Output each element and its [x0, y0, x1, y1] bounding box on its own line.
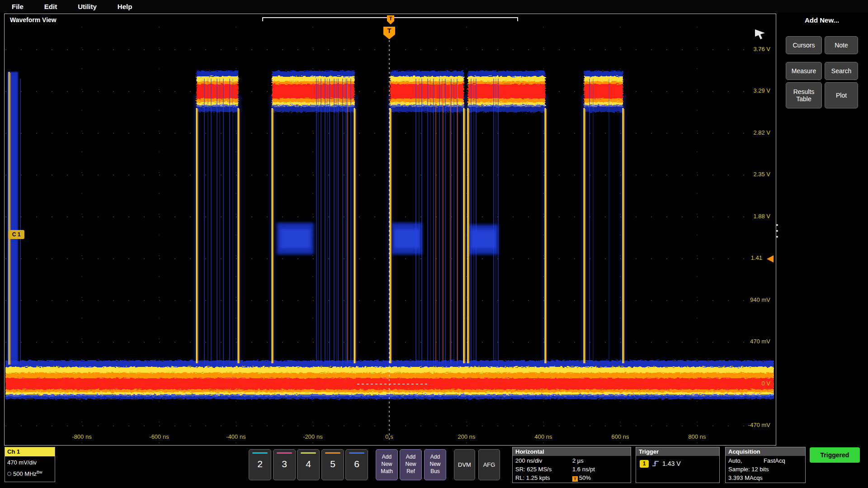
trigger-title: Trigger [636, 447, 719, 456]
blue-jitter-streaks [20, 79, 590, 365]
acquisition-settings-panel[interactable]: Acquisition Auto, FastAcq Sample: 12 bit… [725, 447, 806, 483]
y-axis-label: 470 mV [730, 338, 770, 345]
channel1-name: Ch 1 [5, 447, 55, 456]
y-axis-label: 0 V [730, 380, 770, 387]
horizontal-per-point: 1.6 ns/pt [572, 466, 595, 473]
x-axis-label: 400 ns [523, 433, 564, 440]
channel1-settings-panel[interactable]: Ch 1 470 mV/div 500 MHzBw [5, 447, 55, 482]
acquisition-sample: Sample: 12 bits [728, 466, 769, 473]
x-axis-label: -200 ns [292, 433, 333, 440]
afg-button[interactable]: AFG [478, 449, 500, 480]
acquisition-title: Acquisition [726, 447, 805, 456]
bandwidth-limit-suffix: Bw [37, 470, 42, 474]
waveform-plot-area[interactable]: T C 1 3.76 V 3.29 V 2.82 V 2.35 V 1.88 V… [5, 27, 774, 444]
rising-edge-icon [651, 460, 660, 468]
menu-help[interactable]: Help [118, 3, 132, 10]
x-axis-label: 600 ns [600, 433, 641, 440]
horizontal-position: 50% [579, 474, 591, 481]
channel1-bandwidth: 500 MHz [13, 470, 37, 477]
measure-button[interactable]: Measure [786, 62, 822, 80]
zoom-cursor-icon[interactable] [754, 28, 767, 40]
y-axis-label: -470 mV [730, 422, 770, 428]
channel1-waveform-badge[interactable]: C 1 [8, 230, 24, 239]
horizontal-sample-rate: SR: 625 MS/s [515, 466, 552, 473]
left-spike [7, 72, 18, 365]
x-axis-label: 200 ns [446, 433, 487, 440]
channel-4-color-stripe [301, 452, 316, 454]
menu-file[interactable]: File [12, 3, 24, 10]
y-axis-label: 3.76 V [730, 46, 770, 52]
trigger-settings-panel[interactable]: Trigger 1 1.43 V [636, 447, 720, 483]
trigger-level-value: 1.43 V [662, 460, 680, 467]
trigger-summary-row: 1 1.43 V [640, 460, 680, 468]
waveform-view-title: Waveform View [10, 16, 57, 23]
blue-jitter-streaks-faint [208, 79, 609, 365]
channel-4-label: 4 [297, 459, 319, 469]
channel-2-button[interactable]: 2 [249, 449, 271, 480]
menu-edit[interactable]: Edit [44, 3, 57, 10]
channel-3-label: 3 [274, 459, 295, 469]
channel-6-label: 6 [346, 459, 368, 469]
ground-level-band [5, 361, 774, 399]
waveform-display[interactable] [5, 27, 774, 444]
channel-3-button[interactable]: 3 [273, 449, 296, 480]
horizontal-title: Horizontal [513, 447, 631, 456]
channel-4-button[interactable]: 4 [297, 449, 320, 480]
trigger-source-badge: 1 [640, 460, 649, 468]
cursors-button[interactable]: Cursors [786, 36, 822, 54]
add-new-bus-button[interactable]: Add New Bus [424, 449, 446, 480]
horizontal-position-row: T50% [572, 474, 591, 482]
horizontal-scale: 200 ns/div [515, 457, 542, 464]
y-axis-label: 1.88 V [730, 213, 770, 220]
x-axis-label: -800 ns [61, 433, 102, 440]
channel-2-color-stripe [252, 452, 268, 454]
add-new-ref-button[interactable]: Add New Ref [400, 449, 422, 480]
x-axis-label: 0 s [369, 433, 410, 440]
trigger-level-arrow[interactable] [767, 255, 774, 263]
add-new-title: Add New... [778, 16, 865, 24]
menu-bar: File Edit Utility Help [0, 0, 868, 13]
triggered-status-badge: Triggered [810, 447, 860, 463]
results-table-button[interactable]: Results Table [786, 82, 822, 108]
waveform-view-panel: Waveform View T [4, 14, 776, 446]
x-axis-label: 800 ns [677, 433, 717, 440]
y-axis-label: 2.82 V [730, 129, 770, 136]
channel-6-color-stripe [349, 452, 364, 454]
channel-5-color-stripe [325, 452, 340, 454]
y-axis-label-trigger-level: 1.41 [722, 254, 762, 261]
acquisition-mode: Auto, [728, 457, 742, 464]
search-button[interactable]: Search [825, 62, 858, 80]
trigger-mini-icon: T [572, 476, 578, 482]
channel-2-label: 2 [249, 459, 271, 469]
plot-button[interactable]: Plot [825, 82, 858, 108]
acquisition-type: FastAcq [764, 457, 785, 464]
note-button[interactable]: Note [825, 36, 858, 54]
horizontal-settings-panel[interactable]: Horizontal 200 ns/div 2 µs SR: 625 MS/s … [512, 447, 631, 483]
dvm-button[interactable]: DVM [454, 449, 475, 480]
channel-3-color-stripe [277, 452, 292, 454]
channel-5-label: 5 [322, 459, 344, 469]
probe-icon [7, 472, 11, 476]
x-axis-label: -600 ns [139, 433, 179, 440]
horizontal-window: 2 µs [572, 457, 584, 464]
x-axis-label: -400 ns [216, 433, 256, 440]
y-axis-label: 2.35 V [730, 171, 770, 178]
orange-jitter-streaks [348, 81, 458, 363]
channel-6-button[interactable]: 6 [345, 449, 368, 480]
add-new-panel: Add New... Cursors Note Measure Search R… [778, 13, 865, 446]
menu-utility[interactable]: Utility [78, 3, 97, 10]
channel1-scale: 470 mV/div [7, 459, 37, 466]
acquisition-count: 3.393 MAcqs [728, 474, 763, 481]
horizontal-record-length: RL: 1.25 kpts [515, 474, 550, 481]
y-axis-label: 3.29 V [730, 87, 770, 94]
channel1-bandwidth-row: 500 MHzBw [7, 470, 42, 477]
channel-5-button[interactable]: 5 [321, 449, 344, 480]
trigger-marker-top[interactable]: T [387, 15, 394, 24]
y-axis-label: 940 mV [730, 296, 770, 303]
add-new-math-button[interactable]: Add New Math [376, 449, 398, 480]
